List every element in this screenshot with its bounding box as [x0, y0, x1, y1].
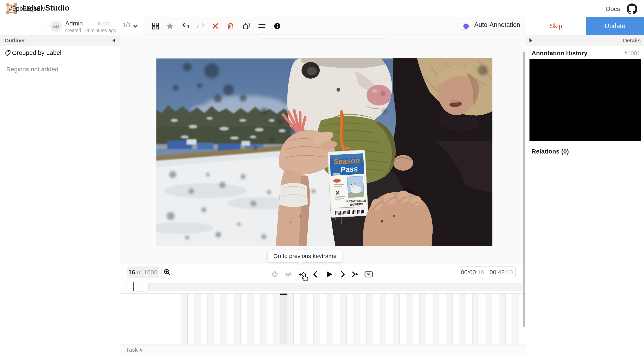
details-panel: Details Annotation History #1001 Relatio…: [526, 35, 644, 355]
video-frame[interactable]: Season Pass RATATOUILLE BOWERS: [156, 58, 492, 246]
delete-button[interactable]: [225, 21, 235, 31]
total-frames: of 1008: [137, 269, 158, 276]
badge-name2: BOWERS: [350, 202, 363, 206]
annotation-history-id: #1001: [624, 50, 640, 57]
current-time-frames: :16: [476, 269, 484, 276]
star-icon: [166, 21, 174, 31]
details-header: Details: [526, 35, 644, 46]
floating-toolbar-partial: [260, 35, 384, 38]
app-header: Label Studio Docs: [0, 0, 644, 17]
current-frame: 16: [128, 269, 135, 276]
group-by-label-dropdown[interactable]: Grouped by Label: [0, 46, 120, 60]
seek-track[interactable]: [127, 283, 522, 291]
expand-right-icon[interactable]: [530, 38, 532, 42]
toggle-knob: [464, 23, 468, 29]
annotation-pager: 1/1: [123, 21, 131, 28]
auto-annotation-label: Auto-Annotation: [474, 21, 520, 28]
label-studio-app: Label Studio Docs #9pb8Lgs2iv AD Admin c…: [0, 0, 644, 355]
keyframe-add-icon: [270, 270, 279, 279]
play-icon: [325, 270, 334, 279]
timestamps: 00:00:16 00:42:00: [458, 267, 516, 278]
task-id-cell: [0, 17, 46, 35]
badge-line2: Pass: [340, 164, 358, 174]
avatar: AD: [50, 20, 62, 32]
next-frame-button[interactable]: [338, 270, 347, 279]
task-id: #9pb8Lgs2iv: [9, 5, 45, 12]
info-icon: [273, 22, 282, 30]
skip-button[interactable]: Skip: [526, 17, 586, 35]
vertical-scrollbar[interactable]: [523, 52, 525, 327]
total-time-frames: :00: [505, 269, 513, 276]
current-time-main: 00:00: [461, 269, 476, 276]
redo-button[interactable]: [196, 21, 206, 31]
total-time-main: 00:42: [490, 269, 505, 276]
zoom-in-button[interactable]: [161, 266, 173, 279]
previous-keyframe-button[interactable]: [296, 268, 309, 281]
docs-link[interactable]: Docs: [606, 5, 620, 12]
undo-button[interactable]: [181, 21, 191, 31]
info-button[interactable]: [272, 21, 282, 31]
reject-button[interactable]: [210, 21, 220, 31]
seek-handle[interactable]: [127, 282, 148, 291]
outliner-header: Outliner: [0, 35, 120, 46]
tag-icon: [4, 50, 11, 56]
annotation-history-thumbnail: [530, 59, 641, 141]
undo-icon: [182, 22, 190, 30]
current-time: 00:00:16: [458, 267, 487, 278]
relations-title: Relations (0): [532, 148, 569, 155]
annotation-id: #1001: [97, 20, 112, 27]
chevron-right-icon: [338, 270, 347, 279]
play-button[interactable]: [325, 270, 334, 279]
next-keyframe-icon: [350, 270, 359, 279]
toggle-timeline-button[interactable]: [364, 270, 373, 279]
chevron-left-icon: [311, 270, 320, 279]
annotation-created-text: created, 19 minutes ago: [65, 28, 116, 33]
tooltip: Go to previous keyframe: [268, 250, 342, 262]
task-footer-label: Task #: [126, 347, 143, 353]
grid-view-button[interactable]: [150, 21, 160, 31]
details-title: Details: [623, 37, 641, 44]
timeline-collapse-icon: [364, 270, 373, 279]
trash-icon: [226, 22, 234, 30]
group-by-label-text: Grouped by Label: [12, 49, 62, 56]
redo-icon: [196, 22, 205, 30]
outliner-panel: Outliner Grouped by Label Regions not ad…: [0, 35, 120, 355]
toggle-interpolation-button[interactable]: [284, 270, 293, 279]
seek-position-marker: [133, 282, 134, 291]
star-button[interactable]: [165, 21, 175, 31]
timeline-playhead[interactable]: [280, 294, 287, 344]
task-footer: Task #: [120, 344, 526, 355]
github-icon[interactable]: [626, 3, 637, 14]
total-time: 00:42:00: [487, 267, 516, 278]
timeline-frames-grid[interactable]: [181, 294, 522, 344]
annotator-name: Admin: [65, 20, 83, 27]
grid-icon: [151, 22, 160, 30]
previous-keyframe-icon: [298, 270, 307, 279]
auto-annotation-toggle[interactable]: [457, 23, 470, 29]
relations-section: Relations (0): [526, 144, 644, 159]
duplicate-button[interactable]: [242, 21, 252, 31]
close-icon: [211, 22, 220, 30]
copy-icon: [242, 22, 251, 30]
collapse-left-icon[interactable]: [112, 38, 115, 42]
keyframe-interpolation-icon: [284, 270, 293, 279]
frame-counter[interactable]: 16 of 1008: [127, 267, 159, 278]
sliders-icon: [258, 22, 266, 30]
next-keyframe-button[interactable]: [350, 270, 359, 279]
zoom-in-icon: [163, 268, 172, 276]
chevron-down-icon[interactable]: [132, 23, 139, 29]
season-pass-badge: Season Pass RATATOUILLE BOWERS: [328, 147, 368, 218]
previous-frame-button[interactable]: [311, 270, 320, 279]
outliner-title: Outliner: [4, 37, 25, 44]
regions-empty-text: Regions not added: [6, 66, 58, 73]
settings-button[interactable]: [257, 21, 267, 31]
add-keyframe-button[interactable]: [270, 270, 279, 279]
update-button[interactable]: Update: [586, 17, 644, 35]
playhead-cap: [280, 294, 288, 295]
annotation-history-title: Annotation History: [532, 50, 588, 57]
